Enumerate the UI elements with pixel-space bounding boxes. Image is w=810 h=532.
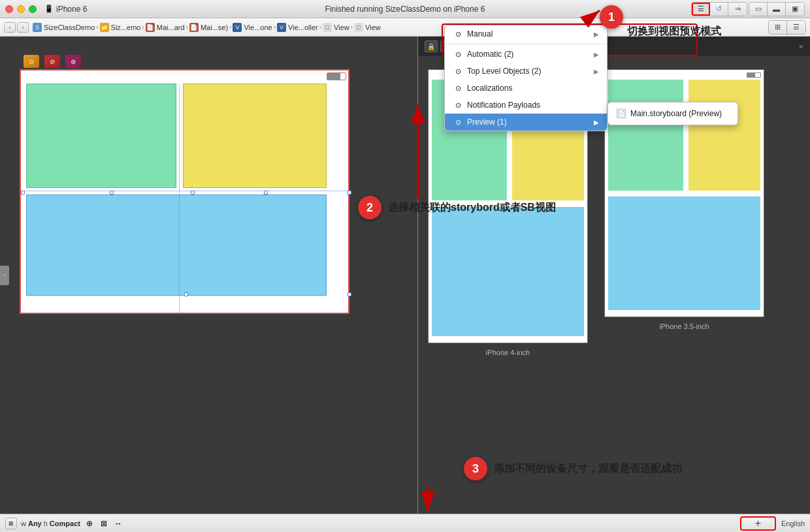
submenu: 📄 Main.storyboard (Preview) [608,102,738,125]
editor-view-btn[interactable]: ☰ [692,3,710,16]
language-label: English [781,520,805,527]
menu-item-notification[interactable]: ⊙ Notification Payloads [445,97,607,114]
menu-preview-label: Preview (1) [467,117,507,127]
layout-btn-2[interactable]: ▬ [768,3,786,16]
editor-panel: ‹ ⊙ ⊘ ⊛ [0,37,418,514]
menu-item-preview[interactable]: ⊙ Preview (1) ▶ [445,114,607,131]
menu-item-localizations[interactable]: ⊙ Localizations [445,80,607,97]
add-device-button[interactable]: + [740,516,776,531]
bottom-toggle-btn[interactable]: ⊞ [5,518,17,529]
bc-icon-7: □ [323,23,332,32]
menu-manual-label: Manual [467,29,493,39]
bc-icon-2: 📁 [100,23,109,32]
preview-arrow: ▶ [594,119,599,126]
menu-toplevel-label: Top Level Objects (2) [467,67,541,76]
menu-item-automatic[interactable]: ⊙ Automatic (2) ▶ [445,46,607,63]
automatic-icon: ⊙ [453,49,463,59]
left-toggle[interactable]: ‹ [0,266,9,285]
compact-value: Compact [50,520,80,527]
bc-item-4[interactable]: 📄 Mai...se) [189,23,228,32]
bc-icon-6: V [277,23,286,32]
preview-lock-btn[interactable]: 🔒 [425,40,438,52]
p2-battery-fill [747,73,755,77]
vertical-divider [179,84,180,313]
bc-forward-btn[interactable]: › [17,22,29,33]
automatic-arrow: ▶ [594,51,599,58]
divider-line [21,191,348,191]
bc-right-controls: ⊞ ☰ [768,20,806,35]
bc-item-1[interactable]: S SizeClassDemo [33,23,95,32]
device-name: iPhone 6 [56,5,87,14]
bottom-icon-1[interactable]: ⊕ [84,518,95,529]
bc-nav: ‹ › [4,22,29,33]
menu-item-toplevel[interactable]: ⊙ Top Level Objects (2) ▶ [445,63,607,80]
layout-group: ▭ ▬ ▣ [749,2,805,16]
bc-back-btn[interactable]: ‹ [4,22,16,33]
layout-btn-3[interactable]: ▣ [786,3,804,16]
top-icon-3: ⊛ [65,55,81,68]
window-title: Finished running SizeClassDemo on iPhone… [325,5,485,14]
bc-icon-4: 📄 [189,23,199,32]
bc-item-7[interactable]: □ View [323,23,349,32]
title-bar: 📱 iPhone 6 Finished running SizeClassDem… [0,0,810,18]
bc-item-5[interactable]: V Vie...one [233,23,272,32]
submenu-item-storyboard[interactable]: 📄 Main.storyboard (Preview) [608,105,737,122]
annotation-text-1: 切换到视图预览模式 [627,25,721,39]
bc-label-7: View [334,23,349,31]
bottom-bar: ⊞ w Any h Compact ⊕ ⊠ ↔ + English [0,514,810,532]
device-frame: ⊙ ⊘ ⊛ [20,69,349,314]
annotation-circle-1: 1 [600,5,623,29]
layout-btn-1[interactable]: ▭ [749,3,768,16]
toplevel-arrow: ▶ [594,68,599,75]
bc-item-3[interactable]: 📄 Mai...ard [146,23,185,32]
manual-arrow: ▶ [594,31,599,38]
preview-close[interactable]: ✕ [798,43,803,50]
bottom-right: + English [740,516,805,531]
bc-label-8: View [365,23,381,31]
window-controls [0,5,37,13]
menu-localizations-label: Localizations [467,84,512,93]
view-toggle-group: ☰ ↺ ⇒ [691,2,747,16]
any-label: w [21,520,26,527]
bc-item-2[interactable]: 📁 Siz...emo [100,23,141,32]
view-green [26,84,176,188]
share-btn[interactable]: ⇒ [728,3,747,16]
iphone4-label: iPhone 4-inch [486,349,530,356]
menu-item-manual[interactable]: ⊙ Manual ▶ [445,25,607,42]
bottom-icon-2[interactable]: ⊠ [99,518,109,529]
list-btn[interactable]: ☰ [787,21,805,34]
bc-icon-1: S [33,23,42,32]
battery-fill [327,73,340,80]
submenu-storyboard-label: Main.storyboard (Preview) [630,109,722,118]
bc-label-5: Vie...one [244,23,272,31]
any-value: Any [28,520,42,527]
p2-yellow [688,80,760,191]
annotation-circle-3: 3 [464,457,487,480]
localizations-icon: ⊙ [453,83,463,93]
bottom-left-controls: ⊞ w Any h Compact ⊕ ⊠ ↔ [5,518,123,529]
bc-label-4: Mai...se) [201,23,228,31]
bc-label-2: Siz...emo [111,23,141,31]
title-bar-right-controls: ☰ ↺ ⇒ ▭ ▬ ▣ [691,2,810,16]
device-label: 📱 iPhone 6 [44,5,87,14]
refresh-btn[interactable]: ↺ [710,3,728,16]
view-yellow [183,84,327,188]
menu-automatic-label: Automatic (2) [467,50,513,59]
view-blue [26,195,327,296]
battery-indicator [327,72,346,80]
submenu-storyboard-icon: 📄 [616,108,626,119]
annotation-text-2: 选择相关联的storybord或者SB视图 [388,201,556,215]
bc-item-6[interactable]: V Vie...oller [277,23,318,32]
grid-btn[interactable]: ⊞ [769,21,787,34]
bc-item-8[interactable]: □ View [354,23,381,32]
p2-green [608,80,683,191]
minimize-button[interactable] [17,5,25,13]
top-icon-1: ⊙ [24,55,39,68]
close-button[interactable] [5,5,13,13]
p2-battery [747,72,761,78]
bottom-icon-3[interactable]: ↔ [113,518,123,529]
bc-icon-3: 📄 [146,23,155,32]
fullscreen-button[interactable] [29,5,37,13]
preview-icon: ⊙ [453,117,463,127]
p1-blue [432,207,584,336]
